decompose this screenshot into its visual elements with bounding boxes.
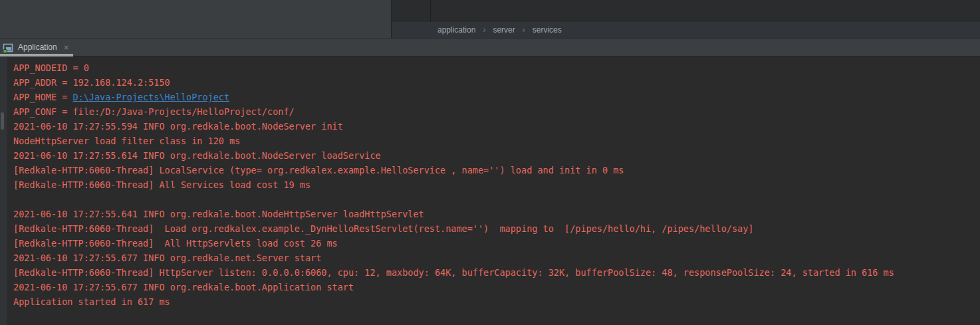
console-text: 2021-06-10 17:27:55.677 INFO org.redkale… (13, 282, 354, 292)
console-file-link[interactable]: D:\Java-Projects\HelloProject (72, 92, 229, 102)
console-line: Application started in 617 ms (13, 294, 980, 309)
console-text: [Redkale-HTTP:6060-Thread] HttpServer li… (13, 267, 894, 278)
console-text: [Redkale-HTTP:6060-Thread] All Services … (13, 179, 310, 190)
console-line: [Redkale-HTTP:6060-Thread] All HttpServl… (13, 236, 980, 251)
horizontal-scrollbar-thumb[interactable] (0, 54, 73, 56)
breadcrumb-item-application[interactable]: application (436, 25, 477, 35)
console-text: 2021-06-10 17:27:55.614 INFO org.redkale… (13, 150, 381, 161)
editor-top-strip (392, 0, 980, 22)
tab-close-icon[interactable]: × (64, 43, 69, 52)
ide-window: application › server › services Applicat… (0, 0, 980, 325)
console-text: 2021-06-10 17:27:55.594 INFO org.redkale… (13, 121, 343, 132)
console-line: [Redkale-HTTP:6060-Thread] HttpServer li… (13, 265, 980, 280)
console-line: 2021-06-10 17:27:55.594 INFO org.redkale… (13, 119, 980, 134)
console-text: APP_ADDR = 192.168.124.2:5150 (13, 77, 170, 88)
editor-right-panel: application › server › services (392, 0, 980, 38)
console-line: 2021-06-10 17:27:55.641 INFO org.redkale… (13, 207, 980, 221)
tab-application-label: Application (18, 43, 57, 52)
console-text: 2021-06-10 17:27:55.677 INFO org.redkale… (13, 253, 321, 263)
console-line: 2021-06-10 17:27:55.677 INFO org.redkale… (13, 280, 980, 294)
run-console-icon (3, 43, 14, 54)
run-toolwindow-tabbar: Application × (0, 38, 980, 56)
console-gutter (0, 57, 7, 325)
chevron-right-icon: › (523, 25, 525, 35)
console-text: APP_NODEID = 0 (13, 62, 89, 73)
console-text: [Redkale-HTTP:6060-Thread] LocalService … (13, 165, 624, 175)
console-line: 2021-06-10 17:27:55.677 INFO org.redkale… (13, 251, 980, 265)
console-line: 2021-06-10 17:27:55.614 INFO org.redkale… (13, 148, 980, 163)
breadcrumb-item-services[interactable]: services (531, 25, 563, 35)
chevron-right-icon: › (483, 25, 485, 35)
console-text: Application started in 617 ms (13, 296, 170, 307)
console-text: 2021-06-10 17:27:55.641 INFO org.redkale… (13, 209, 424, 219)
console-text: NodeHttpServer load filter class in 120 … (13, 136, 240, 146)
console-line (13, 192, 980, 207)
editor-left-panel (0, 0, 392, 38)
console-line: [Redkale-HTTP:6060-Thread] All Services … (13, 177, 980, 192)
breadcrumb-item-server[interactable]: server (491, 25, 516, 35)
console-line: [Redkale-HTTP:6060-Thread] Load org.redk… (13, 221, 980, 236)
console-line: APP_NODEID = 0 (13, 60, 980, 75)
console-line: APP_ADDR = 192.168.124.2:5150 (13, 75, 980, 90)
console-text: [Redkale-HTTP:6060-Thread] All HttpServl… (13, 238, 338, 249)
console-line: [Redkale-HTTP:6060-Thread] LocalService … (13, 163, 980, 177)
vertical-scrollbar-thumb[interactable] (1, 112, 4, 130)
editor-split-divider (430, 0, 431, 22)
run-console-panel: APP_NODEID = 0APP_ADDR = 192.168.124.2:5… (0, 57, 980, 325)
console-text: APP_CONF = file:/D:/Java-Projects/HelloP… (13, 106, 295, 117)
console-log: APP_NODEID = 0APP_ADDR = 192.168.124.2:5… (13, 60, 980, 309)
console-line: APP_CONF = file:/D:/Java-Projects/HelloP… (13, 104, 980, 119)
console-line: NodeHttpServer load filter class in 120 … (13, 134, 980, 148)
breadcrumb: application › server › services (392, 22, 980, 38)
console-line: APP_HOME = D:\Java-Projects\HelloProject (13, 90, 980, 104)
console-text: [Redkale-HTTP:6060-Thread] Load org.redk… (13, 223, 754, 234)
console-text: APP_HOME = (13, 92, 72, 102)
